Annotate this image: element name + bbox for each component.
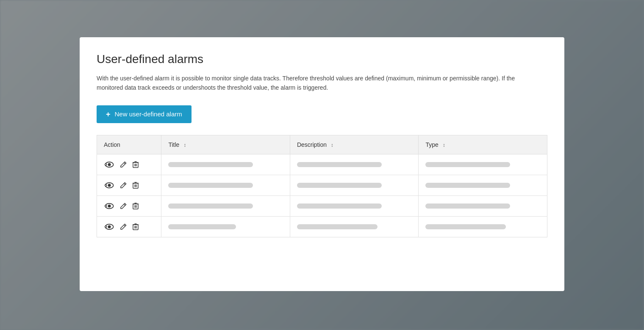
trash-icon: [133, 223, 139, 230]
trash-icon: [133, 182, 139, 189]
trash-icon: [133, 203, 139, 209]
svg-rect-14: [105, 226, 107, 228]
description-cell: [290, 216, 419, 237]
svg-point-5: [108, 184, 111, 187]
edit-button[interactable]: [119, 223, 128, 231]
title-skeleton: [168, 204, 253, 209]
table-row: [97, 154, 547, 175]
type-skeleton: [425, 162, 510, 167]
table-row: [97, 195, 547, 216]
user-defined-alarms-modal: User-defined alarms With the user-define…: [80, 37, 564, 291]
action-cell: [97, 216, 161, 237]
action-cell: [97, 175, 161, 195]
action-cell: [97, 195, 161, 216]
title-cell: [161, 195, 290, 216]
type-cell: [419, 195, 547, 216]
type-cell: [419, 175, 547, 195]
table-row: [97, 175, 547, 195]
toggle-visibility-button[interactable]: [104, 202, 115, 210]
pencil-icon: [120, 223, 127, 230]
sort-description-icon: ↕: [331, 142, 333, 148]
toggle-visibility-button[interactable]: [104, 161, 115, 168]
sort-type-icon: ↕: [443, 142, 445, 148]
eye-icon: [105, 224, 114, 230]
description-cell: [290, 175, 419, 195]
type-skeleton: [425, 224, 506, 229]
edit-button[interactable]: [119, 202, 128, 210]
col-title[interactable]: Title ↕: [161, 135, 290, 154]
svg-point-1: [108, 163, 111, 166]
svg-point-9: [108, 204, 111, 207]
action-cell: [97, 154, 161, 175]
pencil-icon: [120, 203, 127, 209]
pencil-icon: [120, 161, 127, 168]
edit-button[interactable]: [119, 160, 128, 169]
eye-icon: [105, 162, 114, 168]
edit-button[interactable]: [119, 181, 128, 190]
svg-rect-6: [105, 184, 107, 186]
title-cell: [161, 154, 290, 175]
modal-title: User-defined alarms: [97, 52, 547, 66]
title-skeleton: [168, 224, 236, 229]
delete-button[interactable]: [132, 223, 139, 231]
type-skeleton: [425, 204, 510, 209]
title-cell: [161, 216, 290, 237]
svg-rect-2: [105, 164, 107, 165]
table-row: [97, 216, 547, 237]
eye-icon: [105, 203, 114, 209]
description-skeleton: [297, 183, 382, 188]
description-skeleton: [297, 162, 382, 167]
description-cell: [290, 154, 419, 175]
type-cell: [419, 154, 547, 175]
delete-button[interactable]: [132, 160, 139, 169]
pencil-icon: [120, 182, 127, 189]
plus-icon: +: [106, 110, 111, 118]
toggle-visibility-button[interactable]: [104, 223, 115, 231]
description-skeleton: [297, 224, 378, 229]
delete-button[interactable]: [132, 181, 139, 190]
title-cell: [161, 175, 290, 195]
description-skeleton: [297, 204, 382, 209]
title-skeleton: [168, 162, 253, 167]
toggle-visibility-button[interactable]: [104, 182, 115, 189]
type-skeleton: [425, 183, 510, 188]
new-alarm-button[interactable]: + New user-defined alarm: [97, 105, 192, 123]
new-alarm-button-label: New user-defined alarm: [115, 110, 182, 118]
title-skeleton: [168, 183, 253, 188]
svg-rect-10: [105, 205, 107, 207]
description-cell: [290, 195, 419, 216]
sort-title-icon: ↕: [183, 142, 186, 148]
col-description[interactable]: Description ↕: [290, 135, 419, 154]
svg-point-13: [108, 225, 111, 228]
delete-button[interactable]: [132, 202, 139, 210]
trash-icon: [133, 161, 139, 168]
eye-icon: [105, 182, 114, 188]
modal-description: With the user-defined alarm it is possib…: [97, 74, 537, 93]
alarms-table: Action Title ↕ Description ↕ Type ↕: [97, 135, 547, 237]
type-cell: [419, 216, 547, 237]
col-action: Action: [97, 135, 161, 154]
col-type[interactable]: Type ↕: [419, 135, 547, 154]
table-header-row: Action Title ↕ Description ↕ Type ↕: [97, 135, 547, 154]
